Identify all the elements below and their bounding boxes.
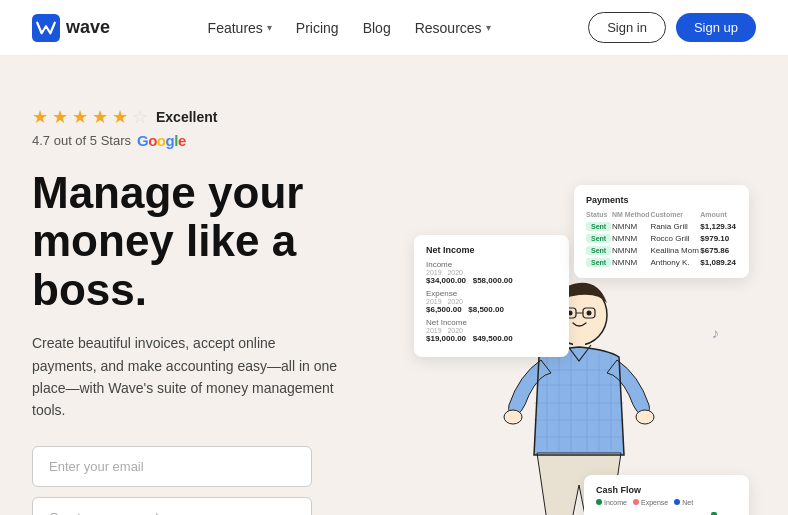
chevron-down-icon: ▾: [267, 22, 272, 33]
star-3: ★: [72, 106, 88, 128]
table-row: Sent NM NM Rania Grill $1,129.34: [586, 220, 737, 232]
table-row: Sent NM NM Keallina Mom $675.86: [586, 244, 737, 256]
payments-title: Payments: [586, 195, 737, 205]
star-half: ★: [112, 106, 128, 128]
hero-right: Net Income Income 2019 2020 $34,000.00 $…: [402, 96, 756, 515]
payments-table: Status NM Method Customer Amount Sent NM…: [586, 211, 737, 268]
net-income-card: Net Income Income 2019 2020 $34,000.00 $…: [414, 235, 569, 357]
hero-left: ★ ★ ★ ★ ★ ☆ Excellent 4.7 out of 5 Stars…: [32, 96, 402, 515]
music-note-3: ♪: [712, 325, 719, 341]
table-row: Sent NM NM Anthony K. $1,089.24: [586, 256, 737, 268]
cashflow-title: Cash Flow: [596, 485, 737, 495]
svg-point-3: [587, 311, 592, 316]
stars-row: ★ ★ ★ ★ ★ ☆ Excellent: [32, 106, 402, 128]
nav-features[interactable]: Features ▾: [208, 20, 272, 36]
illustration: Net Income Income 2019 2020 $34,000.00 $…: [409, 175, 749, 515]
nav-blog[interactable]: Blog: [363, 20, 391, 36]
logo-text: wave: [66, 17, 110, 38]
hero-description: Create beautiful invoices, accept online…: [32, 332, 342, 422]
chevron-down-icon-2: ▾: [486, 22, 491, 33]
rating-row: 4.7 out of 5 Stars Google: [32, 132, 402, 149]
navbar: wave Features ▾ Pricing Blog Resources ▾…: [0, 0, 788, 56]
excellent-label: Excellent: [156, 109, 217, 125]
nav-links: Features ▾ Pricing Blog Resources ▾: [208, 20, 491, 36]
svg-point-19: [504, 410, 522, 424]
signup-button[interactable]: Sign up: [676, 13, 756, 42]
logo[interactable]: wave: [32, 14, 110, 42]
star-1: ★: [32, 106, 48, 128]
cashflow-legend: Income Expense Net: [596, 499, 737, 506]
svg-point-20: [636, 410, 654, 424]
nav-pricing[interactable]: Pricing: [296, 20, 339, 36]
star-4: ★: [92, 106, 108, 128]
payments-card: Payments Status NM Method Customer Amoun…: [574, 185, 749, 278]
cashflow-bars: [596, 510, 737, 515]
rating-value: 4.7 out of 5 Stars: [32, 133, 131, 148]
google-logo: Google: [137, 132, 186, 149]
signin-button[interactable]: Sign in: [588, 12, 666, 43]
hero-section: ★ ★ ★ ★ ★ ☆ Excellent 4.7 out of 5 Stars…: [0, 56, 788, 515]
nav-resources[interactable]: Resources ▾: [415, 20, 491, 36]
hero-title: Manage your money like a boss.: [32, 169, 402, 314]
nav-actions: Sign in Sign up: [588, 12, 756, 43]
email-field[interactable]: [32, 446, 312, 487]
star-2: ★: [52, 106, 68, 128]
star-empty: ☆: [132, 106, 148, 128]
password-field[interactable]: [32, 497, 312, 515]
cashflow-card: Cash Flow Income Expense Net: [584, 475, 749, 515]
table-row: Sent NM NM Rocco Grill $979.10: [586, 232, 737, 244]
